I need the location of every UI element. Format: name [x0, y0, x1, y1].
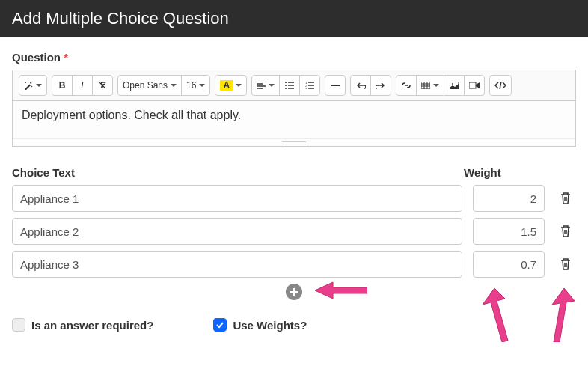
delete-choice-button[interactable]	[555, 188, 576, 209]
italic-button[interactable]: I	[72, 75, 93, 96]
font-size-select[interactable]: 16	[181, 75, 210, 96]
image-button[interactable]	[444, 75, 465, 96]
bold-button[interactable]: B	[52, 75, 73, 96]
table-button[interactable]	[416, 75, 444, 96]
svg-point-4	[285, 88, 287, 89]
question-textarea[interactable]: Deployment options. Check all that apply…	[13, 101, 575, 138]
add-choice-row	[12, 284, 576, 300]
dialog-content: Question * B I Open Sans 16 A 123	[0, 37, 588, 332]
align-button[interactable]	[251, 75, 280, 96]
svg-rect-11	[469, 82, 476, 88]
svg-text:3: 3	[305, 87, 307, 89]
svg-point-0	[25, 82, 27, 84]
trash-icon	[560, 192, 572, 205]
ordered-list-button[interactable]: 123	[299, 75, 320, 96]
plus-icon	[290, 287, 298, 296]
weights-label: Use Weights?	[233, 319, 307, 332]
hr-button[interactable]	[325, 75, 346, 96]
choice-weight-input[interactable]	[473, 185, 545, 212]
code-view-button[interactable]	[489, 75, 512, 96]
redo-button[interactable]	[370, 75, 391, 96]
svg-marker-12	[315, 282, 367, 299]
choice-row	[12, 185, 576, 212]
delete-choice-button[interactable]	[555, 221, 576, 242]
svg-point-1	[31, 86, 33, 88]
choice-row	[12, 251, 576, 278]
rich-text-editor: B I Open Sans 16 A 123	[12, 70, 576, 147]
dialog-header: Add Multiple Choice Question	[0, 0, 588, 37]
undo-button[interactable]	[350, 75, 371, 96]
choice-text-input[interactable]	[12, 185, 462, 212]
choices-section: Choice Text Weight	[12, 166, 576, 300]
question-label: Question	[12, 51, 61, 64]
choice-text-header: Choice Text	[12, 166, 464, 179]
required-label: Is an answer required?	[31, 319, 153, 332]
weights-checkbox[interactable]	[213, 318, 227, 332]
choice-text-input[interactable]	[12, 218, 462, 245]
trash-icon	[560, 257, 572, 271]
clear-format-button[interactable]	[92, 75, 113, 96]
choice-row	[12, 218, 576, 245]
unordered-list-button[interactable]	[279, 75, 300, 96]
svg-point-3	[285, 85, 287, 86]
editor-resize-handle[interactable]	[13, 138, 575, 146]
choice-weight-input[interactable]	[473, 218, 545, 245]
choice-weight-input[interactable]	[473, 251, 545, 278]
options-row: Is an answer required? Use Weights?	[12, 318, 576, 332]
question-label-row: Question *	[12, 51, 576, 64]
trash-icon	[560, 225, 572, 238]
weights-checkbox-wrap[interactable]: Use Weights?	[213, 318, 307, 332]
add-choice-button[interactable]	[286, 284, 302, 300]
choice-text-input[interactable]	[12, 251, 462, 278]
dialog-title: Add Multiple Choice Question	[12, 9, 229, 28]
choices-header-row: Choice Text Weight	[12, 166, 576, 179]
highlight-button[interactable]: A	[215, 75, 247, 96]
annotation-arrow	[315, 279, 367, 302]
delete-choice-button[interactable]	[555, 254, 576, 275]
svg-point-2	[285, 82, 287, 83]
link-button[interactable]	[396, 75, 417, 96]
required-checkbox-wrap[interactable]: Is an answer required?	[12, 318, 153, 332]
svg-point-10	[452, 83, 453, 85]
editor-toolbar: B I Open Sans 16 A 123	[13, 70, 575, 101]
magic-icon[interactable]	[19, 75, 47, 96]
required-asterisk: *	[64, 51, 68, 64]
choice-weight-header: Weight	[464, 166, 546, 179]
font-family-select[interactable]: Open Sans	[117, 75, 182, 96]
svg-rect-8	[421, 82, 430, 89]
required-checkbox[interactable]	[12, 318, 25, 332]
video-button[interactable]	[464, 75, 485, 96]
